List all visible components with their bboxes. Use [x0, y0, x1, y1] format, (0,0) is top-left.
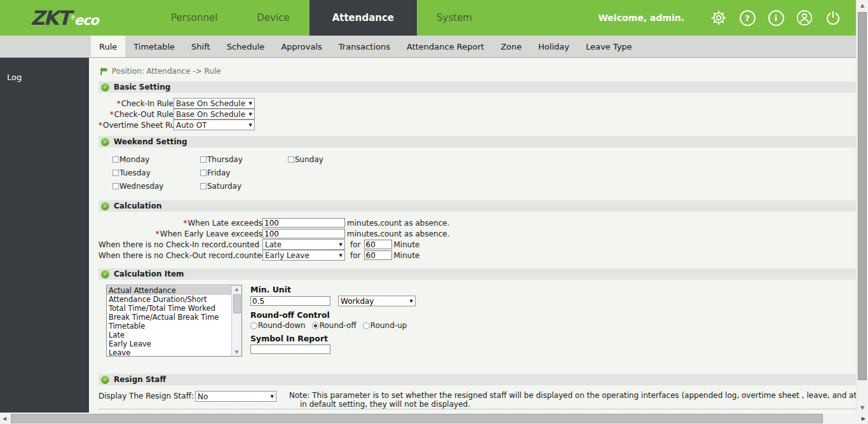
checkbox-sunday[interactable]: Sunday: [288, 153, 376, 166]
required-asterisk: *: [98, 121, 102, 130]
scroll-up-icon[interactable]: ▲: [857, 3, 868, 8]
calculation-item-settings: Min. Unit Workday▼ Round-off Control Rou…: [250, 285, 416, 357]
check-out-rule-value: Base On Schedule: [176, 110, 245, 119]
section-header-calculation-item: ✓ Calculation Item: [98, 268, 856, 280]
scroll-down-icon[interactable]: ▼: [857, 405, 868, 411]
chevron-down-icon: ▼: [410, 299, 413, 304]
logo-zkt-text: ZKT: [31, 6, 70, 29]
check-out-rule-select[interactable]: Base On Schedule▼: [173, 109, 255, 120]
min-unit-select[interactable]: Workday▼: [338, 296, 416, 306]
help-icon-glyph: ?: [740, 10, 756, 26]
late-exceeds-label-text: When Late exceeds: [187, 219, 262, 228]
radio-round-off[interactable]: Round-off: [312, 321, 356, 330]
checkbox-thursday[interactable]: Thursday: [200, 153, 288, 166]
checkbox-saturday[interactable]: Saturday: [200, 179, 288, 193]
overtime-sheet-rule-select[interactable]: Auto OT▼: [173, 120, 255, 130]
subnav-tab-approvals[interactable]: Approvals: [273, 36, 330, 57]
check-in-rule-row: *Check-In Rule Base On Schedule▼: [98, 98, 856, 109]
display-resign-staff-select[interactable]: No▼: [195, 391, 276, 402]
calculation-item-title: Calculation Item: [114, 270, 184, 278]
list-item-early-leave[interactable]: Early Leave: [107, 339, 231, 348]
calculation-title: Calculation: [114, 202, 162, 210]
list-item-late[interactable]: Late: [107, 331, 231, 339]
early-leave-exceeds-input[interactable]: [262, 229, 345, 238]
listbox-scrollbar[interactable]: ▲ ▼: [231, 285, 241, 356]
scroll-left-icon[interactable]: ◀: [3, 416, 6, 421]
subnav-tab-timetable[interactable]: Timetable: [125, 36, 183, 57]
symbol-in-report-input[interactable]: [250, 345, 330, 354]
subnav-tab-rule[interactable]: Rule: [91, 36, 125, 57]
list-item-total-time[interactable]: Total Time/Total Time Worked: [107, 304, 231, 313]
breadcrumb: Position: Attendance -> Rule: [98, 58, 856, 81]
check-in-rule-select[interactable]: Base On Schedule▼: [173, 98, 255, 109]
top-tab-system[interactable]: System: [417, 0, 492, 36]
sidebar-item-log[interactable]: Log: [0, 58, 89, 82]
no-check-in-minutes-input[interactable]: [364, 240, 392, 249]
list-item-attendance-duration[interactable]: Attendance Duration/Short: [107, 295, 231, 304]
list-item-actual-attendance[interactable]: Actual Attendance: [107, 286, 231, 295]
subnav-tab-shift[interactable]: Shift: [183, 36, 219, 57]
late-exceeds-suffix: minutes,count as absence.: [347, 219, 449, 228]
checkbox-icon: [200, 156, 207, 163]
no-check-in-select[interactable]: Late▼: [262, 239, 345, 250]
checkbox-tuesday[interactable]: Tuesday: [112, 166, 200, 179]
checkbox-monday[interactable]: Monday: [112, 153, 200, 166]
top-tab-system-label: System: [437, 12, 472, 24]
calculation-item-listbox: Actual Attendance Attendance Duration/Sh…: [106, 285, 242, 357]
top-tab-personnel[interactable]: Personnel: [151, 0, 237, 36]
scrollbar-thumb[interactable]: [233, 294, 241, 313]
power-icon[interactable]: [825, 10, 841, 26]
left-sidebar: Log: [0, 58, 89, 413]
radio-round-down[interactable]: Round-down: [250, 321, 306, 330]
subnav-tab-leave-type[interactable]: Leave Type: [578, 36, 641, 57]
gear-icon[interactable]: [710, 10, 727, 26]
resign-staff-note: Note: This parameter is to set whether t…: [289, 391, 856, 409]
early-leave-exceeds-label: *When Early Leave exceeds: [98, 229, 262, 238]
list-item-leave[interactable]: Leave: [107, 348, 231, 356]
horizontal-scrollbar[interactable]: ◀ ▶: [0, 413, 868, 424]
no-check-out-select[interactable]: Early Leave▼: [262, 250, 345, 261]
no-check-in-select-value: Late: [265, 240, 281, 249]
for-text: for: [350, 251, 361, 260]
min-unit-input[interactable]: [250, 296, 330, 306]
chevron-down-icon: ▼: [249, 101, 252, 106]
vertical-scrollbar-thumb[interactable]: [858, 12, 867, 380]
check-in-rule-label: *Check-In Rule: [98, 99, 173, 108]
info-icon[interactable]: i: [768, 10, 784, 26]
overtime-sheet-rule-label-text: Overtime Sheet Rule: [103, 121, 182, 130]
subnav-tab-shift-label: Shift: [191, 42, 210, 51]
tuesday-label: Tuesday: [119, 168, 151, 177]
horizontal-scrollbar-thumb[interactable]: [11, 414, 823, 423]
checkbox-icon: [200, 183, 207, 189]
subnav-tab-holiday[interactable]: Holiday: [530, 36, 578, 57]
top-tab-device[interactable]: Device: [237, 0, 309, 36]
subnav-tab-attendance-report[interactable]: Attendance Report: [398, 36, 492, 57]
vertical-scrollbar[interactable]: ▲ ▼: [856, 0, 868, 413]
list-item-timetable[interactable]: Timetable: [107, 322, 231, 331]
late-exceeds-input[interactable]: [262, 218, 345, 228]
checkbox-friday[interactable]: Friday: [200, 166, 288, 179]
top-tab-attendance[interactable]: Attendance: [309, 0, 417, 36]
scroll-down-icon[interactable]: ▼: [235, 348, 238, 356]
checkbox-wednesday[interactable]: Wednesday: [112, 179, 200, 193]
no-check-out-select-value: Early Leave: [265, 251, 309, 260]
list-item-break-time[interactable]: Break Time/Actual Break Time: [107, 313, 231, 322]
radio-round-up[interactable]: Round-up: [363, 321, 407, 330]
top-nav-tabs: Personnel Device Attendance System: [151, 0, 492, 36]
section-header-basic-setting: ✓ Basic Setting: [98, 81, 856, 93]
subnav-tab-transactions[interactable]: Transactions: [330, 36, 398, 57]
scroll-right-icon[interactable]: ▶: [862, 416, 865, 421]
check-out-rule-label-text: Check-Out Rule: [114, 110, 173, 119]
help-icon[interactable]: ?: [739, 10, 756, 26]
no-check-out-minutes-input[interactable]: [364, 250, 392, 260]
scroll-up-icon[interactable]: ▲: [235, 285, 238, 293]
listbox-items: Actual Attendance Attendance Duration/Sh…: [107, 285, 231, 356]
subnav-tab-zone[interactable]: Zone: [492, 36, 530, 57]
subnav-tab-timetable-label: Timetable: [133, 42, 175, 51]
subnav-tab-schedule-label: Schedule: [227, 42, 265, 51]
subnav-tab-schedule[interactable]: Schedule: [219, 36, 273, 57]
no-check-out-label: When there is no Check-Out record,counte…: [98, 251, 262, 260]
user-icon[interactable]: [796, 10, 813, 26]
radio-icon: [250, 322, 257, 329]
calculation-item-body: Actual Attendance Attendance Duration/Sh…: [98, 280, 856, 364]
